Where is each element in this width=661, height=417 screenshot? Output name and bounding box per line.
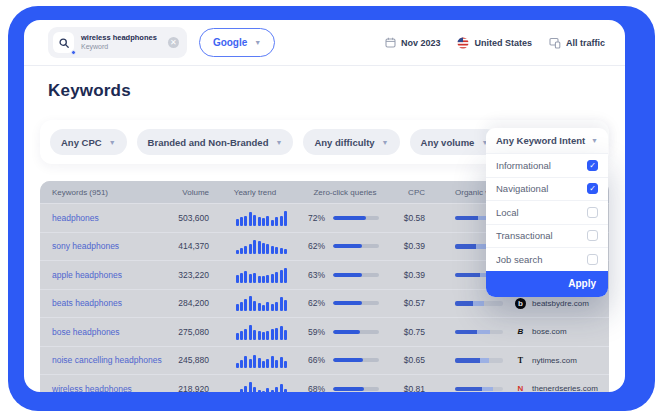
checkbox[interactable] bbox=[587, 207, 598, 218]
keyword-link[interactable]: beats headphones bbox=[40, 298, 170, 308]
date-label: Nov 2023 bbox=[401, 38, 441, 48]
intent-option-local[interactable]: Local bbox=[486, 200, 608, 224]
checkbox[interactable]: ✓ bbox=[587, 160, 598, 171]
filter-difficulty[interactable]: Any difficulty ▼ bbox=[303, 129, 399, 155]
chevron-down-icon: ▼ bbox=[254, 39, 261, 46]
trend-chart bbox=[236, 324, 287, 340]
search-query: wireless headphones bbox=[81, 33, 157, 42]
col-yearly-trend: Yearly trend bbox=[215, 188, 295, 197]
domain-link[interactable]: bose.com bbox=[532, 327, 567, 336]
trend-chart bbox=[236, 267, 287, 283]
organic-bar bbox=[455, 387, 503, 392]
intent-option-label: Informational bbox=[496, 160, 551, 171]
zero-click-bar bbox=[333, 387, 379, 391]
organic-bar bbox=[455, 330, 503, 335]
intent-option-informational[interactable]: Informational ✓ bbox=[486, 153, 608, 177]
col-zero-click: Zero-click queries bbox=[295, 188, 395, 197]
chevron-down-icon: ▼ bbox=[109, 139, 116, 146]
domain-favicon: N bbox=[515, 383, 526, 392]
domain-cell: Tnytimes.com bbox=[515, 355, 609, 366]
domain-link[interactable]: beatsbydre.com bbox=[532, 299, 589, 308]
organic-bar bbox=[455, 358, 503, 363]
domain-cell: Nthenerdseries.com bbox=[515, 383, 609, 392]
intent-option-transactional[interactable]: Transactional bbox=[486, 224, 608, 248]
keyword-link[interactable]: sony headphones bbox=[40, 241, 170, 251]
trend-cell bbox=[215, 238, 295, 254]
table-row: bose headphones275,08059%$0.75Bbose.com bbox=[40, 317, 609, 346]
keyword-type-dot bbox=[71, 50, 76, 55]
cpc-value: $0.75 bbox=[395, 327, 435, 337]
filter-intent-trigger[interactable]: Any Keyword Intent ▼ bbox=[486, 128, 608, 153]
filter-difficulty-label: Any difficulty bbox=[314, 137, 374, 148]
search-engine-select[interactable]: Google ▼ bbox=[199, 28, 275, 57]
calendar-icon bbox=[385, 37, 396, 48]
domain-link[interactable]: thenerdseries.com bbox=[532, 384, 598, 392]
domain-link[interactable]: nytimes.com bbox=[532, 356, 577, 365]
keyword-link[interactable]: wireless headphones bbox=[40, 384, 170, 392]
organic-cell bbox=[435, 358, 515, 363]
cpc-value: $0.58 bbox=[395, 213, 435, 223]
zero-click-bar bbox=[333, 301, 379, 305]
zero-click-bar bbox=[333, 244, 379, 248]
trend-cell bbox=[215, 295, 295, 311]
keyword-link[interactable]: headphones bbox=[40, 213, 170, 223]
page-title: Keywords bbox=[48, 81, 625, 101]
keyword-link[interactable]: bose headphones bbox=[40, 327, 170, 337]
checkbox[interactable]: ✓ bbox=[587, 183, 598, 194]
keyword-search-input[interactable]: wireless headphones Keyword ✕ bbox=[48, 27, 187, 58]
zero-click-value: 72% bbox=[295, 213, 325, 223]
keyword-intent-dropdown: Any Keyword Intent ▼ Informational ✓ Nav… bbox=[486, 128, 608, 297]
search-type-label: Keyword bbox=[81, 43, 157, 52]
zero-click-cell: 66% bbox=[295, 355, 395, 365]
zero-click-value: 68% bbox=[295, 384, 325, 392]
cpc-value: $0.39 bbox=[395, 241, 435, 251]
keyword-link[interactable]: apple headphones bbox=[40, 270, 170, 280]
organic-cell bbox=[435, 330, 515, 335]
zero-click-bar bbox=[333, 330, 379, 334]
trend-cell bbox=[215, 381, 295, 392]
col-keywords: Keywords (951) bbox=[40, 188, 170, 197]
zero-click-value: 66% bbox=[295, 355, 325, 365]
zero-click-bar bbox=[333, 273, 379, 277]
filter-cpc[interactable]: Any CPC ▼ bbox=[50, 129, 127, 155]
organic-cell bbox=[435, 301, 515, 306]
filter-volume-label: Any volume bbox=[421, 137, 475, 148]
checkbox[interactable] bbox=[587, 230, 598, 241]
zero-click-value: 62% bbox=[295, 298, 325, 308]
col-volume: Volume bbox=[170, 188, 215, 197]
region-select[interactable]: United States bbox=[457, 37, 532, 49]
keyword-link[interactable]: noise cancelling headphones bbox=[40, 355, 170, 365]
zero-click-cell: 68% bbox=[295, 384, 395, 392]
domain-cell: bbeatsbydre.com bbox=[515, 298, 609, 309]
organic-bar bbox=[455, 301, 503, 306]
filter-cpc-label: Any CPC bbox=[61, 137, 102, 148]
zero-click-cell: 62% bbox=[295, 241, 395, 251]
trend-cell bbox=[215, 324, 295, 340]
clear-search-icon[interactable]: ✕ bbox=[168, 37, 179, 48]
trend-chart bbox=[236, 295, 287, 311]
zero-click-cell: 72% bbox=[295, 213, 395, 223]
intent-option-navigational[interactable]: Navigational ✓ bbox=[486, 177, 608, 201]
trend-cell bbox=[215, 210, 295, 226]
chevron-down-icon: ▼ bbox=[275, 139, 282, 146]
zero-click-bar bbox=[333, 358, 379, 362]
checkbox[interactable] bbox=[587, 254, 598, 265]
topbar-right: Nov 2023 United States All traffic bbox=[385, 37, 605, 49]
zero-click-value: 62% bbox=[295, 241, 325, 251]
trend-chart bbox=[236, 238, 287, 254]
apply-button[interactable]: Apply bbox=[486, 271, 608, 297]
intent-option-job-search[interactable]: Job search bbox=[486, 247, 608, 271]
volume-value: 503,600 bbox=[170, 213, 215, 223]
domain-favicon: T bbox=[515, 355, 526, 366]
trend-chart bbox=[236, 210, 287, 226]
domain-favicon: b bbox=[515, 298, 526, 309]
trend-chart bbox=[236, 381, 287, 392]
filter-intent-label: Any Keyword Intent bbox=[496, 135, 585, 146]
zero-click-cell: 59% bbox=[295, 327, 395, 337]
table-row: noise cancelling headphones245,88066%$0.… bbox=[40, 346, 609, 375]
date-select[interactable]: Nov 2023 bbox=[385, 37, 441, 48]
topbar: wireless headphones Keyword ✕ Google ▼ N… bbox=[24, 20, 625, 66]
filter-branded[interactable]: Branded and Non-Branded ▼ bbox=[137, 129, 294, 155]
traffic-select[interactable]: All traffic bbox=[549, 37, 605, 49]
us-flag-icon bbox=[457, 37, 469, 49]
